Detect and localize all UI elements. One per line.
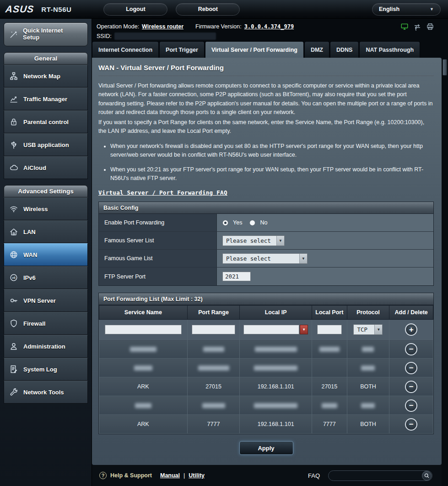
redacted-value [361, 366, 375, 371]
firmware-version-link[interactable]: 3.0.0.4.374_979 [244, 23, 294, 30]
lan-status-icon[interactable] [400, 22, 409, 31]
chevron-down-icon: ▼ [374, 325, 382, 334]
tab-dmz[interactable]: DMZ [304, 41, 329, 58]
search-button[interactable] [422, 471, 432, 481]
cell-service-name [99, 340, 188, 359]
sidebar-item-traffic-manager[interactable]: Traffic Manager [4, 87, 88, 110]
sidebar-item-vpn-server[interactable]: VPN Server [4, 289, 88, 312]
port-forwarding-faq-link[interactable]: Virtual Server / Port Forwarding FAQ [98, 189, 227, 196]
column-add-delete: Add / Delete [389, 306, 433, 320]
logout-button[interactable]: Logout [103, 3, 167, 16]
usb-icon [9, 140, 19, 149]
sidebar-item-label: Parental control [23, 119, 69, 126]
cell-local-port [312, 396, 347, 415]
ftp-port-input[interactable] [222, 272, 251, 281]
sidebar-item-network-map[interactable]: Network Map [4, 65, 88, 87]
service-name-input[interactable] [105, 325, 182, 334]
redacted-value [362, 347, 374, 352]
local-ip-input[interactable] [243, 325, 299, 334]
sidebar: Quick Internet Setup GeneralNetwork MapT… [0, 19, 92, 486]
sidebar-item-ipv6[interactable]: v6IPv6 [4, 266, 88, 289]
ssid-redacted-value[interactable] [114, 33, 216, 40]
operation-mode-link[interactable]: Wireless router [142, 23, 184, 30]
tab-virtual-server-port-forwarding[interactable]: Virtual Server / Port Forwarding [205, 41, 304, 58]
apply-button[interactable]: Apply [239, 441, 293, 455]
port-range-input[interactable] [192, 325, 235, 334]
new-entry-row: ▼ TCP ▼ + [99, 320, 433, 340]
help-support-link[interactable]: Help & Support [110, 472, 152, 479]
tab-nat-passthrough[interactable]: NAT Passthrough [359, 41, 420, 58]
table-row: ARK27015192.168.1.10127015BOTH− [99, 377, 433, 396]
chevron-down-icon: ▼ [430, 7, 434, 11]
manual-link[interactable]: Manual [160, 472, 180, 479]
language-selector[interactable]: English ▼ [372, 3, 441, 16]
cloud-icon [9, 163, 19, 172]
cell-local-ip [240, 396, 312, 415]
cell-port-range [187, 396, 240, 415]
lock-icon [9, 117, 19, 126]
content-panel: WAN - Virtual Server / Port Forwarding V… [92, 58, 442, 465]
redacted-value [135, 403, 151, 408]
sidebar-item-wireless[interactable]: Wireless [4, 197, 88, 220]
reboot-button[interactable]: Reboot [176, 3, 240, 16]
cell-protocol: BOTH [347, 377, 389, 396]
sidebar-item-usb-application[interactable]: USB application [4, 133, 88, 156]
redacted-value [130, 347, 157, 352]
printer-icon[interactable] [426, 22, 434, 31]
quick-internet-setup-button[interactable]: Quick Internet Setup [4, 22, 88, 46]
table-row: ARK7777192.168.1.1017777BOTH− [99, 415, 433, 434]
sidebar-item-label: LAN [23, 229, 36, 235]
local-ip-dropdown-button[interactable]: ▼ [300, 325, 308, 334]
sidebar-item-parental-control[interactable]: Parental control [4, 110, 88, 133]
cell-port-range: 7777 [187, 415, 240, 434]
famous-game-row: Famous Game List Please select ▼ [99, 250, 433, 268]
sidebar-item-firewall[interactable]: Firewall [4, 312, 88, 335]
local-port-input[interactable] [317, 325, 342, 334]
sidebar-item-administration[interactable]: Administration [4, 335, 88, 358]
scrollbar-thumb[interactable] [443, 59, 447, 76]
protocol-select[interactable]: TCP ▼ [353, 324, 383, 335]
column-protocol: Protocol [347, 306, 389, 320]
cell-add-delete: − [389, 340, 433, 359]
sidebar-item-network-tools[interactable]: Network Tools [4, 381, 88, 404]
sidebar-item-label: Network Map [23, 73, 60, 80]
tab-internet-connection[interactable]: Internet Connection [92, 41, 159, 58]
famous-game-selected-value: Please select [223, 254, 299, 263]
sidebar-item-wan[interactable]: WAN [4, 243, 88, 266]
table-row: − [99, 396, 433, 415]
ssid-label: SSID: [97, 33, 112, 39]
tab-bar: Internet ConnectionPort TriggerVirtual S… [92, 41, 442, 58]
title-divider [98, 76, 434, 76]
switch-icon[interactable] [413, 22, 421, 31]
house-icon [9, 227, 19, 236]
faq-search-input[interactable] [329, 472, 422, 479]
language-label: English [379, 6, 399, 12]
redacted-value [134, 366, 152, 371]
famous-game-select[interactable]: Please select ▼ [222, 253, 308, 264]
redacted-value [322, 403, 337, 408]
enable-no-radio[interactable] [249, 220, 255, 226]
sidebar-item-system-log[interactable]: System Log [4, 358, 88, 381]
delete-row-button[interactable]: − [405, 381, 417, 393]
delete-row-button[interactable]: − [405, 399, 417, 412]
key-icon [9, 296, 19, 305]
magic-wand-icon [9, 30, 19, 39]
utility-link[interactable]: Utility [189, 472, 205, 479]
sidebar-item-label: Administration [23, 343, 65, 350]
tab-ddns[interactable]: DDNS [330, 41, 359, 58]
sidebar-item-aicloud[interactable]: AiCloud [4, 156, 88, 179]
port-forwarding-table: Port Forwarding List (Max Limit : 32) Se… [98, 293, 434, 434]
delete-row-button[interactable]: − [405, 343, 417, 355]
sidebar-item-label: Firewall [23, 320, 45, 327]
router-admin-page: ASUS RT-N56U Logout Reboot English ▼ Qui… [0, 0, 448, 486]
famous-server-select[interactable]: Please select ▼ [222, 235, 285, 246]
tab-port-trigger[interactable]: Port Trigger [159, 41, 205, 58]
delete-row-button[interactable]: − [405, 418, 417, 431]
add-row-button[interactable]: + [405, 323, 417, 336]
notice-bullet: When your network's firewall is disabled… [110, 142, 434, 159]
wrench-icon [9, 388, 19, 397]
sidebar-item-lan[interactable]: LAN [4, 220, 88, 243]
delete-row-button[interactable]: − [405, 362, 417, 374]
cell-port-range [187, 359, 240, 377]
enable-yes-radio[interactable] [222, 220, 228, 226]
